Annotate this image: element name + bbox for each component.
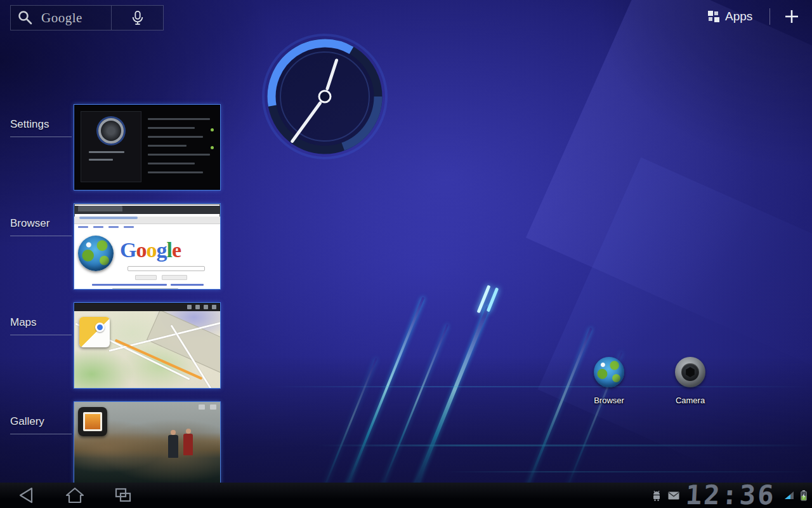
thumb-text-line (148, 136, 203, 138)
browser-thumb-urlbar (74, 217, 220, 224)
settings-thumb-dialog (81, 111, 141, 182)
battery-charging-icon (801, 490, 807, 501)
recent-apps-button[interactable] (105, 483, 141, 508)
recent-apps-icon (112, 486, 134, 504)
shortcut-browser[interactable] (594, 357, 624, 387)
photo-person (168, 435, 178, 458)
photo-person (183, 434, 193, 455)
voice-search-button[interactable] (112, 5, 164, 30)
thumb-link-line (92, 284, 167, 286)
back-arrow-icon (15, 486, 38, 504)
recent-thumbnail-gallery[interactable] (74, 401, 221, 488)
maps-thumb-actionbar (74, 303, 220, 311)
shortcut-camera-label: Camera (658, 396, 722, 405)
add-widget-button[interactable] (783, 8, 801, 25)
back-button[interactable] (9, 483, 44, 508)
thumb-link-line (112, 288, 178, 290)
google-search-field-thumb (128, 266, 205, 271)
settings-green-indicator (211, 128, 214, 131)
browser-thumb-url (79, 217, 138, 219)
browser-thumb-tab (78, 206, 122, 211)
shortcut-camera[interactable] (675, 357, 705, 387)
gallery-app-icon (78, 407, 107, 436)
home-icon (63, 486, 86, 504)
topbar-divider (769, 8, 770, 25)
browser-thumb-links-row (78, 226, 134, 228)
settings-green-indicator (211, 146, 214, 149)
maps-pin-icon (95, 323, 105, 332)
thumb-text-line (89, 151, 124, 153)
browser-thumb-tabbar (74, 206, 220, 214)
settings-thumb-list (148, 111, 215, 185)
google-homepage-logo: Google (120, 238, 181, 262)
share-glyph-icon (210, 404, 216, 410)
signal-icon (784, 491, 794, 500)
thumb-text-line (148, 145, 187, 147)
recent-thumbnail-browser[interactable]: Google (74, 203, 221, 290)
google-button-thumb (162, 275, 187, 280)
thumb-text-line (148, 163, 195, 164)
analog-clock-face (258, 30, 391, 163)
microphone-icon (131, 10, 145, 26)
status-area[interactable]: 12:36 (652, 483, 807, 508)
maps-app-icon (79, 317, 110, 347)
google-button-thumb (135, 275, 157, 280)
recent-label-settings: Settings (10, 118, 72, 137)
recent-label-maps: Maps (10, 316, 72, 335)
thumb-text-line (148, 118, 210, 120)
home-button[interactable] (57, 483, 93, 508)
thumb-text-line (148, 154, 210, 156)
thumb-link-line (171, 284, 204, 286)
volume-knob-icon (98, 118, 124, 144)
google-search-widget[interactable]: Google (10, 5, 112, 30)
camera-glyph-icon (199, 404, 205, 410)
thumb-text-line (89, 159, 113, 161)
apps-button[interactable]: Apps (708, 6, 752, 27)
email-icon (668, 491, 679, 500)
recent-label-gallery: Gallery (10, 415, 72, 434)
plus-icon (783, 8, 801, 25)
gallery-thumb-actionbar-icons (199, 403, 216, 410)
gallery-photo-frame-icon (83, 412, 102, 431)
thumb-text-line (148, 171, 203, 173)
thumb-text-line (148, 127, 195, 129)
recent-thumbnail-maps[interactable] (74, 302, 221, 389)
search-icon (17, 10, 34, 26)
shortcut-browser-label: Browser (577, 396, 641, 405)
camera-lens-icon (675, 357, 705, 387)
recent-label-browser: Browser (10, 217, 72, 236)
browser-thumb-page: Google (74, 224, 220, 290)
recent-thumbnail-settings[interactable] (74, 104, 221, 190)
status-clock: 12:36 (685, 483, 776, 508)
analog-clock-widget[interactable] (258, 30, 391, 163)
apps-grid-icon (708, 11, 719, 22)
google-logo: Google (41, 10, 82, 26)
browser-globe-icon (594, 357, 624, 387)
home-screen: Google Apps (0, 0, 812, 508)
usb-debug-icon (652, 490, 662, 501)
system-bar: 12:36 (0, 483, 812, 508)
apps-button-label: Apps (725, 10, 752, 23)
browser-globe-icon (78, 236, 114, 271)
